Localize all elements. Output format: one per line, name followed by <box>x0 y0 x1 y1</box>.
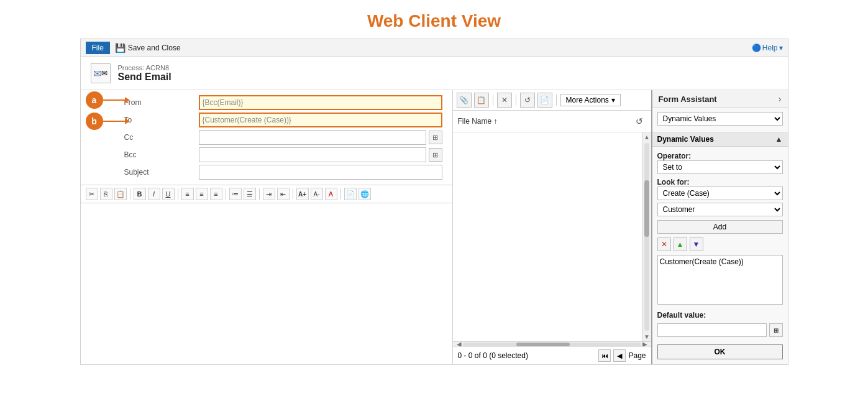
scroll-thumb <box>644 180 649 237</box>
bcc-input[interactable] <box>199 147 426 162</box>
help-button[interactable]: 🔵 Help ▾ <box>752 44 783 52</box>
fa-list-item: Customer(Create (Case)) <box>660 257 780 266</box>
annotation-b: b <box>86 113 130 130</box>
form-assistant: Form Assistant › Dynamic Values Dynamic … <box>651 90 788 364</box>
fa-collapse-btn[interactable]: ▲ <box>775 135 783 144</box>
subject-input[interactable] <box>199 165 442 180</box>
body-editor[interactable] <box>81 203 452 364</box>
email-fields: a b <box>81 90 452 182</box>
fa-operator-select[interactable]: Set to <box>657 160 783 174</box>
rte-underline-btn[interactable]: U <box>162 188 175 200</box>
cc-field-row: Cc ⊞ <box>124 130 442 145</box>
rte-sep1 <box>130 188 130 200</box>
form-header: ✉ ✉ Process: ACRN8 Send Email <box>81 57 788 90</box>
rte-font-color-btn[interactable]: A <box>325 188 337 200</box>
more-actions-dropdown-icon: ▾ <box>611 96 615 104</box>
subject-input-wrap <box>199 165 442 180</box>
cc-label: Cc <box>124 133 199 142</box>
main-box: File 💾 Save and Close 🔵 Help ▾ ✉ ✉ <box>80 39 788 365</box>
fa-default-label: Default value: <box>657 311 783 320</box>
rte-copy-btn[interactable]: ⎘ <box>100 188 112 200</box>
fa-value-list[interactable]: Customer(Create (Case)) <box>657 255 783 305</box>
page-title: Web Client View <box>0 0 868 39</box>
h-scroll-track <box>463 343 641 346</box>
fa-dropdown-section: Dynamic Values <box>652 108 788 132</box>
vertical-scrollbar[interactable]: ▲ ▼ <box>642 132 651 341</box>
rte-sep5 <box>293 188 293 200</box>
bcc-lookup-icon[interactable]: ⊞ <box>429 148 442 162</box>
scroll-down-arrow[interactable]: ▼ <box>642 332 651 341</box>
h-scroll-thumb <box>516 343 570 346</box>
outer-container: File 💾 Save and Close 🔵 Help ▾ ✉ ✉ <box>0 39 868 377</box>
attachment-panel: 📎 📋 ✕ ↺ 📄 More Actions ▾ <box>452 90 651 364</box>
subject-field-row: Subject <box>124 165 442 180</box>
attach-btn[interactable]: 📎 <box>457 93 472 108</box>
fa-default-row: ⊞ <box>657 323 783 337</box>
attachment-list <box>453 132 642 341</box>
to-input[interactable] <box>199 113 442 127</box>
annotation-circle-b: b <box>86 113 103 130</box>
rte-cut-btn[interactable]: ✂ <box>86 188 98 200</box>
to-field-row: To <box>124 113 442 127</box>
rte-paste-btn[interactable]: 📋 <box>114 188 127 200</box>
cc-input[interactable] <box>199 130 426 145</box>
annotation-a: a <box>86 91 130 109</box>
bcc-field-row: Bcc ⊞ <box>124 147 442 162</box>
annotation-circle-a: a <box>86 91 103 109</box>
rte-spell-btn[interactable]: 🌐 <box>359 188 371 200</box>
fa-move-down-btn[interactable]: ▼ <box>690 237 703 251</box>
from-input-wrap <box>199 95 442 110</box>
att-link-btn[interactable]: 📄 <box>537 93 552 108</box>
att-refresh-header-btn[interactable]: ↺ <box>633 114 646 128</box>
att-refresh-btn[interactable]: ↺ <box>520 93 535 108</box>
rte-outdent-btn[interactable]: ⇤ <box>277 188 290 200</box>
rte-unordered-list-btn[interactable]: ☰ <box>244 188 256 200</box>
rte-ordered-list-btn[interactable]: ≔ <box>229 188 242 200</box>
fa-expand-btn[interactable]: › <box>779 94 782 104</box>
fa-lookfor-select1[interactable]: Create (Case) <box>657 187 783 200</box>
form-header-text: Process: ACRN8 Send Email <box>118 64 171 83</box>
rte-align-right-btn[interactable]: ≡ <box>210 188 222 200</box>
from-label: From <box>124 98 199 107</box>
rte-font-size-down-btn[interactable]: A- <box>311 188 323 200</box>
att-sep1 <box>493 94 493 106</box>
rte-template-btn[interactable]: 📄 <box>344 188 357 200</box>
rte-font-size-btn[interactable]: A+ <box>296 188 309 200</box>
rte-indent-btn[interactable]: ⇥ <box>263 188 275 200</box>
att-copy-btn[interactable]: 📋 <box>474 93 489 108</box>
rte-align-left-btn[interactable]: ≡ <box>181 188 194 200</box>
cc-lookup-icon[interactable]: ⊞ <box>429 131 442 144</box>
fa-lookfor-select2[interactable]: Customer <box>657 203 783 216</box>
rte-bold-btn[interactable]: B <box>134 188 146 200</box>
form-title: Send Email <box>118 71 171 83</box>
fa-default-input[interactable] <box>657 323 767 337</box>
horizontal-scrollbar-area: ◀ ▶ <box>453 341 651 346</box>
file-button[interactable]: File <box>86 42 110 54</box>
fa-move-up-btn[interactable]: ▲ <box>674 237 687 251</box>
email-icon: ✉ <box>93 68 101 80</box>
fa-ok-button[interactable]: OK <box>657 344 783 359</box>
page-nav: ⏮ ◀ Page <box>598 349 646 362</box>
fa-type-select[interactable]: Dynamic Values <box>657 112 783 126</box>
bcc-input-wrap: ⊞ <box>199 147 442 162</box>
scroll-up-arrow[interactable]: ▲ <box>642 132 651 142</box>
more-actions-button[interactable]: More Actions ▾ <box>560 94 621 106</box>
from-input[interactable] <box>199 95 442 110</box>
to-label: To <box>124 116 199 124</box>
fa-default-lookup-btn[interactable]: ⊞ <box>769 323 783 337</box>
attachment-toolbar: 📎 📋 ✕ ↺ 📄 More Actions ▾ <box>453 90 651 111</box>
fa-lookfor-label: Look for: <box>657 178 783 187</box>
first-page-btn[interactable]: ⏮ <box>598 349 611 362</box>
rte-align-center-btn[interactable]: ≡ <box>196 188 208 200</box>
rte-italic-btn[interactable]: I <box>148 188 160 200</box>
fa-sub-label: Dynamic Values <box>657 135 714 144</box>
fa-add-button[interactable]: Add <box>657 220 783 234</box>
rte-toolbar: ✂ ⎘ 📋 B I U ≡ ≡ ≡ ≔ ☰ <box>81 185 452 203</box>
bcc-label: Bcc <box>124 150 199 159</box>
att-delete-btn[interactable]: ✕ <box>497 93 512 108</box>
att-sep3 <box>556 94 557 106</box>
pagination-text: 0 - 0 of 0 (0 selected) <box>458 351 528 360</box>
save-close-button[interactable]: 💾 Save and Close <box>115 43 181 53</box>
prev-page-btn[interactable]: ◀ <box>613 349 626 362</box>
fa-delete-item-btn[interactable]: ✕ <box>657 237 671 251</box>
